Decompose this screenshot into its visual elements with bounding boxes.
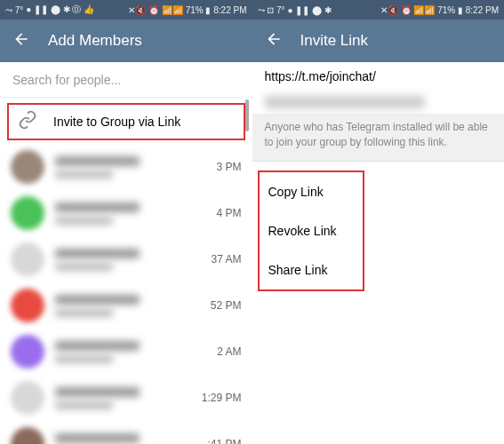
- avatar: [11, 335, 44, 369]
- contact-row[interactable]: 3 PM: [0, 144, 252, 190]
- avatar: [11, 196, 44, 230]
- link-actions: Copy LinkRevoke LinkShare Link: [258, 170, 364, 291]
- avatar: [11, 150, 44, 184]
- page-title: Add Members: [48, 32, 142, 50]
- contact-name-blurred: [55, 341, 140, 351]
- contact-text: [55, 341, 182, 363]
- page-title: Invite Link: [300, 32, 369, 50]
- contact-status-blurred: [55, 355, 113, 363]
- contact-text: [55, 433, 182, 445]
- contact-name-blurred: [55, 202, 140, 212]
- contact-status-blurred: [55, 170, 113, 178]
- status-left-icons: ⤳ 7°: [5, 5, 23, 15]
- back-icon[interactable]: [12, 30, 30, 52]
- contact-time: 52 PM: [193, 299, 242, 312]
- contact-row[interactable]: 37 AM: [0, 236, 252, 282]
- avatar: [11, 242, 44, 276]
- screen-invite-link: ⤳ ⊡ 7° ● ❚❚ ⬤ ✱ ✕🔇 ⏰ 📶📶 71% ▮ 8:22 PM In…: [252, 0, 505, 444]
- contact-status-blurred: [55, 309, 113, 317]
- avatar: [11, 289, 44, 322]
- contact-status-blurred: [55, 217, 113, 225]
- contact-name-blurred: [55, 387, 140, 397]
- contact-text: [55, 156, 182, 178]
- avatar: [11, 427, 44, 444]
- action-item[interactable]: Share Link: [260, 250, 363, 289]
- contact-text: [55, 249, 182, 271]
- contact-time: :41 PM: [193, 438, 242, 444]
- status-right-icons: ✕🔇 ⏰ 📶📶 71% ▮ 8:22 PM: [380, 5, 499, 15]
- status-left-icons: ⤳ ⊡ 7° ● ❚❚ ⬤ ✱: [258, 5, 332, 15]
- screen-add-members: ⤳ 7° ● ❚❚ ⬤ ✱ Ⓞ 👍 ✕🔇 ⏰ 📶📶 71% ▮ 8:22 PM …: [0, 0, 252, 444]
- contact-name-blurred: [55, 249, 140, 258]
- contact-text: [55, 295, 182, 317]
- invite-url-token: [265, 96, 425, 108]
- search-placeholder: Search for people...: [12, 73, 121, 87]
- contact-row[interactable]: 4 PM: [0, 190, 252, 236]
- avatar: [11, 381, 44, 415]
- status-bar: ⤳ 7° ● ❚❚ ⬤ ✱ Ⓞ 👍 ✕🔇 ⏰ 📶📶 71% ▮ 8:22 PM: [0, 0, 252, 20]
- link-icon: [18, 110, 37, 133]
- status-bar: ⤳ ⊡ 7° ● ❚❚ ⬤ ✱ ✕🔇 ⏰ 📶📶 71% ▮ 8:22 PM: [252, 0, 505, 20]
- contact-text: [55, 387, 182, 409]
- info-text: Anyone who has Telegram installed will b…: [252, 114, 505, 162]
- contact-row[interactable]: 1:29 PM: [0, 375, 252, 421]
- contact-name-blurred: [55, 156, 140, 166]
- contact-row[interactable]: 52 PM: [0, 282, 252, 329]
- contact-time: 3 PM: [193, 161, 242, 173]
- search-input[interactable]: Search for people...: [0, 62, 252, 98]
- contact-name-blurred: [55, 433, 140, 443]
- invite-link-label: Invite to Group via Link: [53, 115, 180, 129]
- contact-row[interactable]: 2 AM: [0, 329, 252, 375]
- invite-via-link-button[interactable]: Invite to Group via Link: [7, 103, 245, 140]
- contact-status-blurred: [55, 263, 113, 271]
- back-icon[interactable]: [265, 30, 283, 52]
- status-right-icons: ✕🔇 ⏰ 📶📶 71% ▮ 8:22 PM: [128, 5, 246, 15]
- scrollbar[interactable]: [245, 99, 249, 131]
- app-bar: Invite Link: [252, 20, 505, 62]
- contact-time: 37 AM: [193, 253, 242, 266]
- contact-name-blurred: [55, 295, 140, 305]
- action-item[interactable]: Revoke Link: [260, 211, 363, 250]
- contacts-list: 3 PM4 PM37 AM52 PM2 AM1:29 PM:41 PM4 PM: [0, 144, 252, 444]
- action-item[interactable]: Copy Link: [260, 172, 363, 211]
- contact-time: 4 PM: [193, 207, 242, 219]
- invite-url[interactable]: https://t.me/joinchat/: [252, 62, 505, 96]
- app-bar: Add Members: [0, 20, 252, 62]
- contact-status-blurred: [55, 401, 113, 409]
- contact-row[interactable]: :41 PM: [0, 421, 252, 444]
- contact-time: 2 AM: [193, 345, 242, 358]
- status-left-icons-2: ● ❚❚ ⬤ ✱ Ⓞ 👍: [26, 4, 94, 16]
- contact-time: 1:29 PM: [193, 392, 242, 404]
- contact-text: [55, 202, 182, 225]
